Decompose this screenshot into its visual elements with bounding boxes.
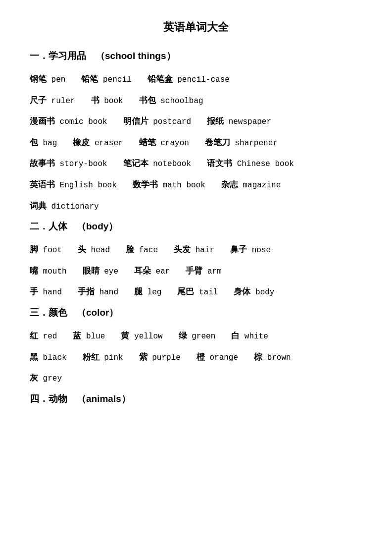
english-word: English book [55,181,117,190]
word-item: 手臂 arm [186,264,221,278]
chinese-word: 橡皮 [73,138,90,147]
chinese-word: 英语书 [30,180,55,189]
chinese-word: 黑 [30,352,38,362]
english-word: math book [158,181,205,190]
word-item: 橙 orange [196,350,238,365]
english-word: mouth [38,267,67,276]
english-word: comic book [55,117,107,126]
word-item: 脚 foot [30,243,62,257]
chinese-word: 脚 [30,245,38,254]
chinese-word: 铅笔盒 [147,74,173,84]
word-row: 漫画书 comic book明信片 postcard报纸 newspaper [30,114,362,129]
english-word: postcard [148,117,191,126]
english-word: purple [147,353,181,362]
english-word: sharpener [230,139,278,148]
english-word: ear [151,267,170,276]
word-item: 报纸 newspaper [207,114,271,129]
word-row: 包 bag橡皮 eraser蜡笔 crayon卷笔刀 sharpener [30,136,362,150]
word-item: 鼻子 nose [230,243,271,257]
chinese-word: 手 [30,287,38,296]
chinese-word: 眼睛 [83,266,99,276]
english-word: yellow [129,332,162,341]
word-row: 嘴 mouth眼睛 eye耳朵 ear手臂 arm [30,264,362,278]
word-item: 蓝 blue [73,329,105,343]
word-item: 脸 face [126,243,158,257]
word-item: 粉红 pink [83,350,123,365]
word-item: 明信片 postcard [123,114,191,129]
word-item: 铅笔盒 pencil-case [147,72,230,87]
english-word: orange [205,353,238,362]
chinese-word: 故事书 [30,159,55,168]
word-item: 钢笔 pen [30,72,65,87]
english-word: nose [247,246,271,255]
chinese-word: 包 [30,138,38,147]
word-item: 语文书 Chinese book [207,157,294,171]
english-word: crayon [156,139,189,148]
chinese-word: 尾巴 [177,287,194,296]
chinese-word: 红 [30,331,38,340]
english-word: bag [38,139,57,148]
word-row: 钢笔 pen铅笔 pencil铅笔盒 pencil-case [30,72,362,87]
word-item: 黄 yellow [121,329,162,343]
chinese-word: 脸 [126,245,134,254]
english-word: red [38,332,57,341]
word-item: 红 red [30,329,57,343]
chinese-word: 粉红 [83,352,99,362]
word-item: 手 hand [30,285,62,299]
chinese-word: 紫 [139,352,147,362]
word-item: 白 white [231,329,268,343]
chinese-word: 报纸 [207,116,224,126]
word-item: 灰 grey [30,371,62,386]
word-row: 黑 black粉红 pink紫 purple橙 orange棕 brown [30,350,362,365]
chinese-word: 黄 [121,331,129,340]
chinese-word: 尺子 [30,96,47,105]
chinese-word: 手指 [78,287,95,296]
word-item: 英语书 English book [30,178,117,192]
english-word: Chinese book [232,160,294,168]
chinese-word: 手臂 [186,266,202,276]
english-word: pencil [98,75,131,84]
chinese-word: 语文书 [207,159,232,168]
english-word: white [240,332,268,341]
english-word: grey [38,374,62,383]
word-row: 红 red蓝 blue黄 yellow绿 green白 white [30,329,362,343]
word-item: 橡皮 eraser [73,136,123,150]
english-word: ruler [47,97,75,106]
english-word: notebook [148,160,191,168]
word-item: 书包 schoolbag [139,94,203,108]
word-item: 故事书 story-book [30,157,107,171]
english-word: hair [191,246,214,255]
chinese-word: 橙 [196,352,205,362]
section-header-animals: 四．动物 （animals） [30,392,362,405]
word-item: 头发 hair [174,243,214,257]
english-word: brown [262,353,291,362]
chinese-word: 明信片 [123,116,148,126]
word-item: 紫 purple [139,350,181,365]
word-row: 尺子 ruler书 book书包 schoolbag [30,94,362,108]
chinese-word: 杂志 [221,180,238,189]
chinese-word: 灰 [30,373,38,383]
word-item: 卷笔刀 sharpener [205,136,278,150]
word-item: 尺子 ruler [30,94,75,108]
word-item: 词典 dictionary [30,199,99,214]
english-word: eye [99,267,118,276]
english-word: book [99,97,123,106]
word-item: 手指 hand [78,285,118,299]
word-item: 眼睛 eye [83,264,118,278]
chinese-word: 钢笔 [30,74,47,84]
english-word: hand [38,288,62,297]
english-word: black [38,353,67,362]
chinese-word: 耳朵 [134,266,151,276]
english-word: pencil-case [173,75,230,84]
english-word: head [86,246,110,255]
word-item: 包 bag [30,136,57,150]
chinese-word: 鼻子 [230,245,247,254]
english-word: foot [38,246,62,255]
section-header-school_things: 一．学习用品 （school things） [30,50,362,62]
word-item: 杂志 magazine [221,178,281,192]
word-item: 蜡笔 crayon [139,136,189,150]
chinese-word: 数学书 [133,180,158,189]
word-item: 笔记本 notebook [123,157,191,171]
word-item: 铅笔 pencil [81,72,131,87]
english-word: magazine [238,181,281,190]
